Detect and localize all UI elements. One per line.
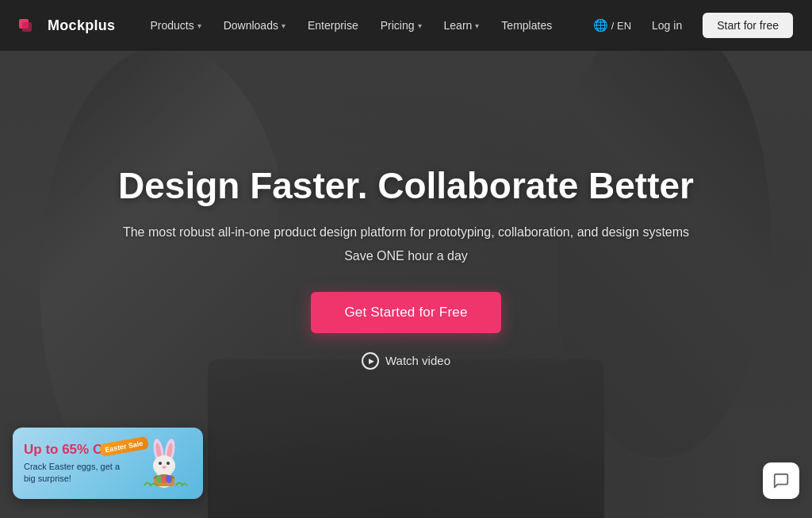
nav-right: 🌐 / EN Log in Start for free [593, 13, 793, 38]
svg-point-8 [167, 462, 170, 465]
nav-item-pricing[interactable]: Pricing ▾ [371, 13, 431, 38]
nav-links: Products ▾ Downloads ▾ Enterprise Pricin… [140, 13, 592, 38]
logo-link[interactable]: Mockplus [19, 17, 115, 34]
hero-content: Design Faster. Collaborate Better The mo… [86, 164, 726, 370]
nav-item-downloads[interactable]: Downloads ▾ [214, 13, 295, 38]
svg-point-14 [166, 475, 172, 483]
svg-rect-1 [22, 22, 32, 32]
nav-item-learn[interactable]: Learn ▾ [435, 13, 489, 38]
promo-banner[interactable]: Up to 65% OFF Crack Easter eggs, get a b… [13, 428, 203, 499]
svg-point-7 [159, 462, 162, 465]
nav-item-products[interactable]: Products ▾ [140, 13, 210, 38]
hero-title: Design Faster. Collaborate Better [118, 164, 694, 208]
promo-image: Easter Sale [136, 436, 192, 491]
language-switcher[interactable]: 🌐 / EN [593, 18, 631, 33]
globe-icon: 🌐 [593, 18, 608, 33]
hero-tagline: Save ONE hour a day [118, 249, 694, 263]
chevron-down-icon: ▾ [418, 21, 422, 30]
brand-name: Mockplus [48, 17, 115, 34]
login-button[interactable]: Log in [644, 14, 690, 36]
chat-button[interactable] [763, 462, 799, 499]
svg-point-9 [163, 466, 167, 469]
start-for-free-button[interactable]: Start for free [703, 13, 793, 38]
hero-subtitle: The most robust all-in-one product desig… [118, 222, 694, 243]
promo-description: Crack Easter eggs, get a big surprise! [24, 461, 128, 485]
chevron-down-icon: ▾ [197, 21, 201, 30]
chevron-down-icon: ▾ [282, 21, 285, 30]
nav-item-templates[interactable]: Templates [492, 13, 561, 38]
chat-icon [772, 472, 790, 489]
get-started-button[interactable]: Get Started for Free [311, 292, 500, 333]
chevron-down-icon: ▾ [475, 21, 479, 30]
watch-video-button[interactable]: ▶ Watch video [118, 352, 694, 370]
play-icon: ▶ [362, 352, 379, 370]
navbar: Mockplus Products ▾ Downloads ▾ Enterpri… [0, 0, 812, 51]
logo-icon [19, 17, 41, 34]
hero-section: Design Faster. Collaborate Better The mo… [0, 0, 812, 518]
nav-item-enterprise[interactable]: Enterprise [298, 13, 368, 38]
